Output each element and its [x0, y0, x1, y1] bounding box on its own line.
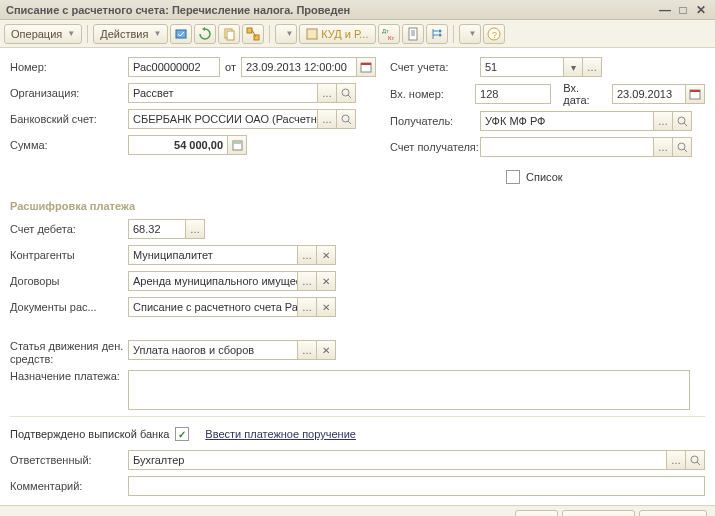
purpose-label: Назначение платежа:	[10, 370, 128, 383]
in-no-input[interactable]: 128	[475, 84, 551, 104]
svg-point-30	[342, 115, 349, 122]
acct-label: Счет учета:	[380, 61, 480, 73]
confirm-checkbox[interactable]: ✓	[175, 427, 189, 441]
purpose-textarea[interactable]	[128, 370, 690, 410]
dog-label: Договоры	[10, 275, 128, 287]
open-icon[interactable]	[336, 109, 356, 129]
clear-icon[interactable]: ✕	[316, 340, 336, 360]
calendar-icon[interactable]	[356, 57, 376, 77]
svg-rect-33	[234, 142, 241, 144]
doc-input[interactable]: Списание с расчетного счета Рас00	[128, 297, 298, 317]
in-date-input[interactable]: 23.09.2013	[612, 84, 686, 104]
svg-line-39	[684, 149, 687, 152]
select-icon[interactable]: …	[317, 109, 337, 129]
svg-point-28	[342, 89, 349, 96]
open-icon[interactable]	[685, 450, 705, 470]
number-input[interactable]: Рас00000002	[128, 57, 220, 77]
help-icon[interactable]: ?	[483, 24, 505, 44]
select-icon[interactable]: …	[666, 450, 686, 470]
select-icon[interactable]: …	[317, 83, 337, 103]
svg-rect-2	[227, 31, 234, 40]
debit-label: Счет дебета:	[10, 223, 128, 235]
document-icon[interactable]	[402, 24, 424, 44]
calculator-icon[interactable]	[227, 135, 247, 155]
doc-label: Документы рас...	[10, 301, 128, 313]
svg-rect-9	[307, 29, 317, 39]
resp-input[interactable]: Бухгалтер	[128, 450, 667, 470]
clear-icon[interactable]: ✕	[316, 271, 336, 291]
comment-input[interactable]	[128, 476, 705, 496]
open-icon[interactable]	[672, 137, 692, 157]
operation-menu[interactable]: Операция▼	[4, 24, 82, 44]
form-body: Номер: Рас00000002 от 23.09.2013 12:00:0…	[0, 48, 715, 505]
dropdown-icon[interactable]: ▾	[563, 57, 583, 77]
ok-button[interactable]: OK	[515, 510, 558, 517]
sum-input[interactable]: 54 000,00	[128, 135, 228, 155]
enter-payment-link[interactable]: Ввести платежное поручение	[205, 428, 356, 440]
svg-line-29	[348, 95, 351, 98]
calendar-icon[interactable]	[685, 84, 705, 104]
svg-point-36	[678, 117, 685, 124]
toolbar: Операция▼ Действия▼ ▼ КУД и Р... ДтКт ▼ …	[0, 20, 715, 48]
footer: OK Записать Закрыть	[0, 505, 715, 516]
date-from-label: от	[225, 61, 236, 73]
contr-label: Контрагенты	[10, 249, 128, 261]
in-no-label: Вх. номер:	[380, 88, 475, 100]
maximize-button[interactable]: □	[675, 3, 691, 17]
svg-text:?: ?	[492, 30, 497, 40]
acct-input[interactable]: 51	[480, 57, 564, 77]
select-icon[interactable]: …	[297, 340, 317, 360]
post-icon[interactable]	[170, 24, 192, 44]
dt-kt-icon[interactable]: ДтКт	[378, 24, 400, 44]
recipient-acct-input[interactable]	[480, 137, 654, 157]
dog-input[interactable]: Аренда муниципального имущества	[128, 271, 298, 291]
clear-icon[interactable]: ✕	[316, 297, 336, 317]
select-icon[interactable]: …	[297, 245, 317, 265]
open-icon[interactable]	[336, 83, 356, 103]
recipient-input[interactable]: УФК МФ РФ	[480, 111, 654, 131]
refresh-icon[interactable]	[194, 24, 216, 44]
list-label: Список	[526, 171, 563, 183]
open-icon[interactable]	[672, 111, 692, 131]
select-icon[interactable]: …	[297, 271, 317, 291]
structure-icon[interactable]	[242, 24, 264, 44]
date-input[interactable]: 23.09.2013 12:00:00	[241, 57, 357, 77]
select-icon[interactable]: …	[653, 111, 673, 131]
close-form-button[interactable]: Закрыть	[639, 510, 707, 517]
list-checkbox[interactable]	[506, 170, 520, 184]
actions-label: Действия	[100, 28, 148, 40]
svg-point-20	[438, 33, 441, 36]
split-title: Расшифровка платежа	[10, 200, 705, 212]
svg-line-31	[348, 121, 351, 124]
number-label: Номер:	[10, 61, 128, 73]
svg-line-37	[684, 123, 687, 126]
recipient-label: Получатель:	[380, 115, 480, 127]
kudr-button[interactable]: КУД и Р...	[299, 24, 375, 44]
tree-icon[interactable]	[426, 24, 448, 44]
svg-rect-3	[247, 28, 252, 33]
debit-input[interactable]: 68.32	[128, 219, 186, 239]
title-bar: Списание с расчетного счета: Перечислени…	[0, 0, 715, 20]
contr-input[interactable]: Муниципалитет	[128, 245, 298, 265]
select-icon[interactable]: …	[653, 137, 673, 157]
report-icon[interactable]: ▼	[275, 24, 297, 44]
select-icon[interactable]: …	[185, 219, 205, 239]
select-icon[interactable]: …	[297, 297, 317, 317]
select-icon[interactable]: …	[582, 57, 602, 77]
minimize-button[interactable]: —	[657, 3, 673, 17]
close-button[interactable]: ✕	[693, 3, 709, 17]
copy-icon[interactable]	[218, 24, 240, 44]
save-button[interactable]: Записать	[562, 510, 635, 517]
svg-point-40	[691, 456, 698, 463]
clear-icon[interactable]: ✕	[316, 245, 336, 265]
kudr-label: КУД и Р...	[321, 28, 368, 40]
bank-input[interactable]: СБЕРБАНК РОССИИ ОАО (Расчетн	[128, 109, 318, 129]
org-input[interactable]: Рассвет	[128, 83, 318, 103]
svg-point-38	[678, 143, 685, 150]
org-label: Организация:	[10, 87, 128, 99]
svg-rect-35	[690, 90, 700, 92]
actions-menu[interactable]: Действия▼	[93, 24, 168, 44]
sum-label: Сумма:	[10, 139, 128, 151]
dds-input[interactable]: Уплата наогов и сборов	[128, 340, 298, 360]
list-icon[interactable]: ▼	[459, 24, 481, 44]
